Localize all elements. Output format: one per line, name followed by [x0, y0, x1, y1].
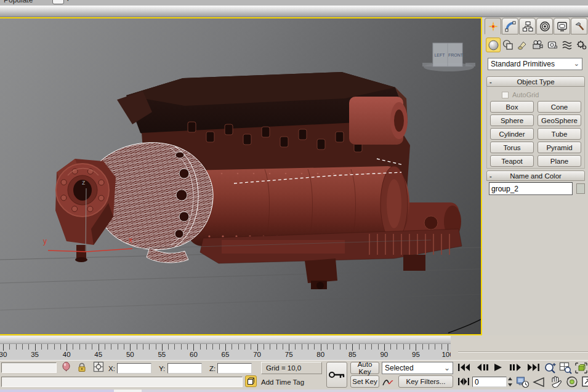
- populate-menu-tab[interactable]: Populate: [4, 0, 33, 4]
- ruler-tick: [111, 344, 111, 350]
- primitive-category-dropdown[interactable]: Standard Primitives ⌄: [488, 58, 582, 70]
- tab-display[interactable]: [554, 18, 570, 34]
- ruler-tick: [105, 344, 105, 350]
- viewcube[interactable]: LEFT FRONT: [422, 43, 475, 71]
- auto-key-button[interactable]: Auto Key: [350, 362, 379, 374]
- orbit-icon[interactable]: [565, 375, 579, 388]
- track-ruler[interactable]: 3035404550556065707580859095100: [0, 344, 451, 360]
- ruler-tick: [422, 344, 423, 350]
- ruler-tick: [156, 344, 156, 350]
- pyramid-button[interactable]: Pyramid: [538, 142, 581, 153]
- tab-motion[interactable]: [536, 18, 553, 34]
- time-tag-cube-button[interactable]: [245, 375, 257, 387]
- set-key-button[interactable]: Set Key: [350, 375, 379, 388]
- ruler-tick: [308, 344, 308, 350]
- geosphere-button[interactable]: GeoSphere: [538, 114, 581, 126]
- tube-button[interactable]: Tube: [538, 128, 581, 140]
- lights-icon[interactable]: [515, 38, 530, 52]
- torus-button[interactable]: Torus: [490, 142, 534, 153]
- tab-hierarchy[interactable]: [519, 18, 536, 34]
- key-mode-toggle[interactable]: [457, 377, 470, 386]
- key-icon: [328, 370, 345, 380]
- object-type-rollout-header[interactable]: - Object Type: [486, 76, 585, 87]
- systems-icon[interactable]: [574, 38, 588, 52]
- rollout-collapse-icon[interactable]: -: [489, 78, 497, 86]
- ruler-tick: [276, 344, 277, 350]
- current-frame-input[interactable]: [472, 377, 507, 387]
- default-tangent-icon[interactable]: [382, 377, 395, 388]
- ruler-frame-label: 50: [126, 351, 134, 358]
- workspace-mini-button[interactable]: [52, 0, 64, 4]
- ruler-frame-label: 85: [348, 351, 356, 358]
- utilities-icon: [574, 21, 585, 32]
- time-configuration-icon[interactable]: [516, 376, 530, 388]
- ruler-tick: [168, 344, 169, 350]
- status-line-field: [1, 362, 57, 373]
- ruler-tick: [16, 344, 17, 350]
- ruler-tick: [219, 344, 220, 350]
- spline-curve: [448, 319, 481, 333]
- absolute-mode-icon[interactable]: [93, 361, 104, 372]
- z-coordinate-input[interactable]: [217, 363, 252, 374]
- ruler-tick: [244, 344, 245, 350]
- selection-lock-icon[interactable]: [77, 362, 87, 372]
- shapes-icon[interactable]: [501, 38, 515, 52]
- frame-spinner[interactable]: [507, 377, 513, 387]
- chevron-down-icon[interactable]: ▾: [66, 0, 70, 2]
- ruler-tick: [397, 344, 397, 350]
- object-color-swatch[interactable]: [576, 183, 585, 194]
- sphere-button[interactable]: Sphere: [490, 114, 534, 126]
- isolate-selection-icon[interactable]: [61, 361, 71, 374]
- plane-button[interactable]: Plane: [538, 155, 581, 167]
- viewport-canvas[interactable]: LEFT FRONT: [0, 18, 481, 334]
- maximize-viewport-icon[interactable]: [581, 375, 588, 388]
- ruler-tick: [232, 344, 232, 350]
- play-button[interactable]: [493, 363, 503, 372]
- ruler-tick: [251, 344, 251, 350]
- y-coordinate-input[interactable]: [167, 363, 202, 374]
- zoom-extents-icon[interactable]: [574, 362, 588, 374]
- geometry-icon[interactable]: [486, 38, 501, 52]
- pan-hand-icon[interactable]: [549, 375, 562, 388]
- cameras-icon[interactable]: [530, 38, 545, 52]
- tab-create[interactable]: [485, 18, 501, 34]
- go-to-end-button[interactable]: [527, 363, 540, 372]
- zoom-all-icon[interactable]: [559, 362, 573, 374]
- time-slider-track[interactable]: [0, 336, 451, 344]
- add-time-tag-label[interactable]: Add Time Tag: [261, 378, 304, 386]
- perspective-viewport[interactable]: LEFT FRONT: [0, 17, 482, 335]
- key-filter-dropdown[interactable]: Selected ⌄: [382, 362, 453, 374]
- cone-button[interactable]: Cone: [538, 101, 581, 113]
- rollout-collapse-icon[interactable]: -: [489, 172, 497, 180]
- field-of-view-icon[interactable]: [532, 376, 546, 388]
- set-keys-button[interactable]: [326, 362, 347, 388]
- box-button[interactable]: Box: [490, 101, 534, 113]
- key-filters-button[interactable]: Key Filters...: [398, 375, 453, 388]
- ruler-tick: [441, 344, 442, 350]
- ruler-tick: [35, 344, 36, 351]
- go-to-start-button[interactable]: [457, 363, 470, 372]
- space-warps-icon[interactable]: [560, 38, 574, 52]
- tab-modify[interactable]: [502, 18, 518, 34]
- window-bottom-edge: [0, 390, 588, 392]
- previous-frame-button[interactable]: [475, 363, 489, 372]
- gizmo-y-label: y: [43, 237, 47, 246]
- ruler-frame-label: 75: [285, 351, 293, 358]
- ruler-tick: [352, 344, 353, 351]
- ruler-tick: [124, 344, 124, 350]
- ruler-tick: [295, 344, 296, 350]
- object-name-input[interactable]: [489, 182, 573, 195]
- ruler-frame-label: 55: [158, 351, 166, 358]
- zoom-tool-icon[interactable]: [544, 362, 557, 374]
- x-coordinate-input[interactable]: [117, 363, 151, 374]
- helpers-icon[interactable]: [545, 38, 560, 52]
- name-color-rollout-header[interactable]: - Name and Color: [486, 170, 585, 181]
- autogrid-checkbox[interactable]: [502, 92, 509, 98]
- ruler-tick: [384, 344, 385, 351]
- create-icon: [488, 21, 499, 32]
- next-frame-button[interactable]: [509, 363, 523, 372]
- ruler-tick: [149, 344, 150, 350]
- cylinder-button[interactable]: Cylinder: [490, 128, 534, 140]
- teapot-button[interactable]: Teapot: [490, 155, 534, 167]
- tab-utilities[interactable]: [571, 18, 587, 34]
